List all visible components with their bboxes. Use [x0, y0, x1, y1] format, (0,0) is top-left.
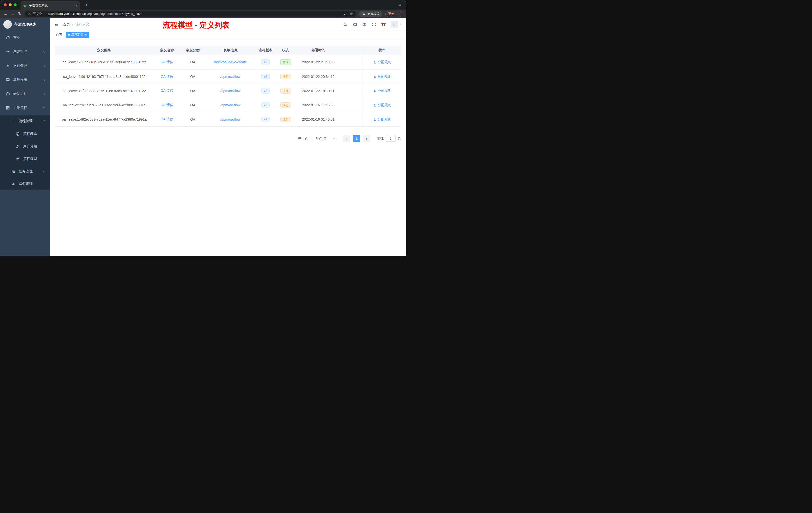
sidebar-item-system[interactable]: 系统管理: [0, 45, 50, 59]
reload-button[interactable]: ↻: [18, 12, 21, 16]
assign-rule-link[interactable]: 分配规则: [373, 60, 391, 64]
person-icon: [373, 75, 376, 78]
address-bar[interactable]: 不安全 dashboard.yudao.iocoder.cn/bpm/manag…: [25, 10, 356, 17]
logo-image: [3, 20, 12, 29]
person-icon: [373, 104, 376, 107]
prev-page-button[interactable]: ‹: [343, 135, 350, 142]
status-badge: 挂起: [281, 74, 291, 79]
definition-name-link[interactable]: OA 请假: [161, 74, 173, 79]
cell-category: OA: [181, 69, 205, 84]
help-icon[interactable]: [362, 22, 367, 27]
sidebar-item-task-management[interactable]: 任务管理: [0, 165, 50, 178]
sidebar-item-process-management[interactable]: 流程管理: [0, 115, 50, 127]
tab-title: 芋道管理系统: [29, 3, 74, 7]
definition-name-link[interactable]: OA 请假: [161, 117, 173, 122]
form-link[interactable]: /bpm/oa/flow: [221, 74, 240, 79]
tab-close-icon[interactable]: ×: [76, 3, 78, 7]
cell-deploy-time: 2022-01-22 20:34:10: [296, 69, 340, 84]
assign-rule-link[interactable]: 分配规则: [373, 74, 391, 79]
cell-deploy-time: 2022-01-16 01:40:51: [296, 113, 340, 126]
page-size-select[interactable]: 10条/页: [313, 135, 338, 142]
chevron-up-icon: [43, 107, 46, 109]
window-zoom-button[interactable]: [13, 3, 17, 6]
tag-process-definition[interactable]: 流程定义 ×: [66, 32, 89, 38]
window-minimize-button[interactable]: [8, 3, 11, 6]
sidebar-item-devtools[interactable]: 研发工具: [0, 87, 50, 101]
app-title: 芋道管理系统: [14, 22, 36, 27]
form-link[interactable]: /bpm/oa/leave/create: [214, 60, 247, 64]
font-size-icon[interactable]: TT: [381, 22, 385, 27]
page-number-current[interactable]: 1: [353, 135, 360, 142]
tab-search-button[interactable]: [399, 2, 401, 7]
window-close-button[interactable]: [3, 3, 6, 6]
version-badge: v1: [261, 117, 270, 122]
app-logo[interactable]: 芋道管理系统: [0, 18, 50, 31]
tag-close-icon[interactable]: ×: [85, 33, 87, 37]
definition-name-link[interactable]: OA 请假: [161, 89, 173, 93]
definition-name-link[interactable]: OA 请假: [161, 103, 173, 108]
list-icon: [11, 119, 16, 123]
gear-icon: [5, 50, 10, 54]
column-header: 部署时间: [296, 46, 340, 55]
chevron-down-icon: [43, 170, 46, 173]
bookmark-star-icon[interactable]: ☆: [349, 11, 353, 16]
annotation-text: 流程模型 - 定义列表: [163, 20, 230, 30]
sidebar-item-payment[interactable]: ¥ 支付管理: [0, 59, 50, 73]
security-label[interactable]: 不安全: [33, 12, 42, 16]
sidebar-item-user-group[interactable]: 用户分组: [0, 140, 50, 153]
workflow-submenu: 流程管理 流程表单 用户分组 流程模型: [0, 115, 50, 190]
goto-page-input[interactable]: [386, 135, 396, 142]
sidebar-item-leave-query[interactable]: 请假查询: [0, 178, 50, 190]
table-row: oa_leave:2:3c1f0ef1-76b1-11ec-9c66-a2380…: [55, 98, 401, 113]
cell-deploy-time: 2022-01-22 21:48:38: [296, 55, 340, 69]
sidebar-item-process-form[interactable]: 流程表单: [0, 127, 50, 140]
total-count: 共 5 条: [298, 136, 308, 141]
form-link[interactable]: /bpm/oa/flow: [221, 117, 240, 121]
table-row: oa_leave:3:1fad3d93-7b75-11ec-a3c8-acde4…: [55, 84, 401, 98]
back-button[interactable]: ←: [3, 12, 7, 16]
assign-rule-link[interactable]: 分配规则: [373, 103, 391, 108]
update-button[interactable]: 更新 ⋮: [385, 11, 403, 17]
breadcrumb-home[interactable]: 首页: [63, 22, 70, 27]
sidebar-menu: 首页 系统管理 ¥ 支付管理 基础设施: [0, 31, 50, 190]
cell-definition-id: oa_leave:2:3c1f0ef1-76b1-11ec-9c66-a2380…: [55, 98, 153, 112]
github-icon[interactable]: [353, 22, 357, 27]
form-link[interactable]: /bpm/oa/flow: [221, 103, 240, 107]
cell-definition-id: oa_leave:3:1fad3d93-7b75-11ec-a3c8-acde4…: [55, 84, 153, 98]
monitor-icon: [5, 78, 10, 82]
table-row: oa_leave:5:004b710b-7b8a-11ec-8ef0-acde4…: [55, 55, 401, 69]
caret-down-icon: [400, 23, 402, 25]
sidebar-item-infrastructure[interactable]: 基础设施: [0, 73, 50, 87]
status-badge: 激活: [281, 59, 291, 65]
breadcrumb-current: 流程定义: [75, 22, 89, 27]
status-badge: 挂起: [281, 88, 291, 94]
definition-name-link[interactable]: OA 请假: [161, 60, 173, 64]
sidebar-item-home[interactable]: 首页: [0, 31, 50, 45]
assign-rule-link[interactable]: 分配规则: [373, 89, 391, 93]
new-tab-button[interactable]: +: [83, 1, 90, 8]
browser-menu-icon[interactable]: ⋮: [396, 12, 400, 16]
browser-tab[interactable]: 芋道管理系统 ×: [21, 1, 80, 9]
chevron-down-icon: [43, 78, 46, 81]
sidebar: 芋道管理系统 首页 系统管理 ¥ 支付管理: [0, 18, 50, 256]
cell-category: OA: [181, 55, 205, 69]
sidebar-item-workflow[interactable]: 工作流程: [0, 101, 50, 115]
person-icon: [373, 118, 376, 121]
fullscreen-icon[interactable]: [372, 22, 376, 27]
next-page-button[interactable]: ›: [363, 135, 370, 142]
search-icon[interactable]: [343, 22, 348, 27]
version-badge: v3: [261, 88, 270, 94]
assign-rule-link[interactable]: 分配规则: [373, 117, 391, 122]
sidebar-item-process-model[interactable]: 流程模型: [0, 153, 50, 165]
browser-toolbar: ← → ↻ 不安全 dashboard.yudao.iocoder.cn/bpm…: [0, 9, 406, 18]
breadcrumb-separator: /: [72, 22, 73, 26]
password-key-icon[interactable]: [344, 12, 348, 16]
tag-home[interactable]: 首页: [54, 32, 64, 38]
cell-category: OA: [181, 98, 205, 112]
forward-button[interactable]: →: [11, 12, 15, 16]
form-link[interactable]: /bpm/oa/flow: [221, 89, 240, 93]
browser-window: 芋道管理系统 × + ← → ↻ 不安全 dashboard.yudao.ioc…: [0, 0, 406, 256]
sidebar-toggle-icon[interactable]: [50, 22, 63, 27]
user-menu[interactable]: [391, 21, 402, 28]
active-dot: [68, 34, 70, 36]
